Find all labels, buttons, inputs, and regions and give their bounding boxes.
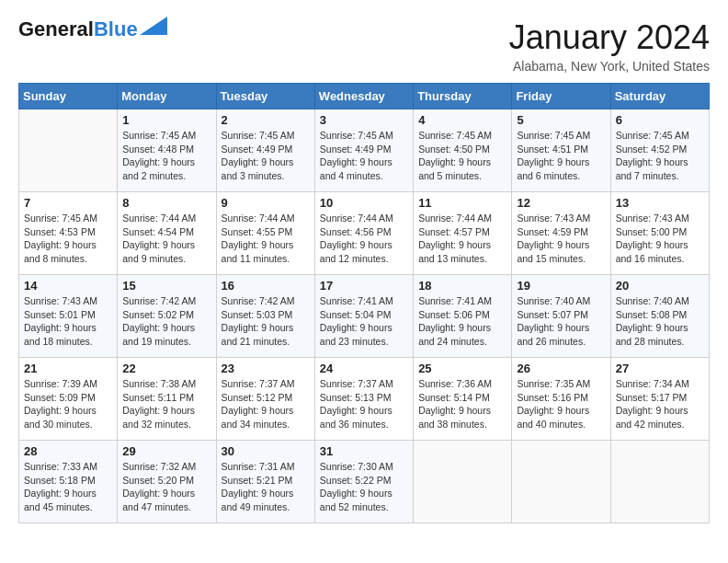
calendar-table: SundayMondayTuesdayWednesdayThursdayFrid… [18, 83, 710, 523]
day-info: Sunrise: 7:45 AM Sunset: 4:53 PM Dayligh… [24, 212, 112, 266]
day-number: 11 [418, 196, 506, 210]
day-number: 31 [320, 444, 408, 458]
calendar-cell: 18Sunrise: 7:41 AM Sunset: 5:06 PM Dayli… [414, 275, 512, 358]
day-info: Sunrise: 7:44 AM Sunset: 4:57 PM Dayligh… [418, 212, 506, 266]
calendar-cell: 22Sunrise: 7:38 AM Sunset: 5:11 PM Dayli… [118, 358, 216, 441]
logo: GeneralBlue [18, 18, 167, 40]
calendar-subtitle: Alabama, New York, United States [509, 59, 710, 74]
day-info: Sunrise: 7:30 AM Sunset: 5:22 PM Dayligh… [320, 460, 408, 514]
day-info: Sunrise: 7:45 AM Sunset: 4:50 PM Dayligh… [418, 129, 506, 183]
calendar-cell: 24Sunrise: 7:37 AM Sunset: 5:13 PM Dayli… [314, 358, 413, 441]
calendar-cell: 5Sunrise: 7:45 AM Sunset: 4:51 PM Daylig… [512, 109, 610, 192]
calendar-cell: 30Sunrise: 7:31 AM Sunset: 5:21 PM Dayli… [216, 441, 314, 523]
weekday-header-thursday: Thursday [414, 84, 512, 109]
calendar-cell: 31Sunrise: 7:30 AM Sunset: 5:22 PM Dayli… [314, 441, 413, 523]
page-header: GeneralBlue January 2024 Alabama, New Yo… [18, 18, 710, 74]
day-info: Sunrise: 7:42 AM Sunset: 5:02 PM Dayligh… [122, 294, 210, 349]
day-number: 25 [418, 362, 506, 375]
day-info: Sunrise: 7:43 AM Sunset: 5:00 PM Dayligh… [616, 212, 704, 266]
calendar-cell: 28Sunrise: 7:33 AM Sunset: 5:18 PM Dayli… [19, 441, 118, 523]
calendar-cell: 19Sunrise: 7:40 AM Sunset: 5:07 PM Dayli… [512, 275, 610, 358]
calendar-cell: 16Sunrise: 7:42 AM Sunset: 5:03 PM Dayli… [216, 275, 314, 358]
calendar-cell: 15Sunrise: 7:42 AM Sunset: 5:02 PM Dayli… [118, 275, 216, 358]
day-info: Sunrise: 7:36 AM Sunset: 5:14 PM Dayligh… [418, 377, 506, 431]
day-number: 8 [122, 196, 210, 210]
day-info: Sunrise: 7:34 AM Sunset: 5:17 PM Dayligh… [616, 377, 704, 431]
day-info: Sunrise: 7:31 AM Sunset: 5:21 PM Dayligh… [222, 460, 310, 514]
day-info: Sunrise: 7:45 AM Sunset: 4:49 PM Dayligh… [320, 129, 408, 183]
calendar-title: January 2024 [509, 18, 710, 57]
calendar-cell: 1Sunrise: 7:45 AM Sunset: 4:48 PM Daylig… [118, 109, 216, 192]
day-info: Sunrise: 7:45 AM Sunset: 4:52 PM Dayligh… [616, 129, 704, 183]
day-info: Sunrise: 7:43 AM Sunset: 4:59 PM Dayligh… [517, 212, 605, 266]
weekday-header-tuesday: Tuesday [216, 84, 314, 109]
calendar-cell: 29Sunrise: 7:32 AM Sunset: 5:20 PM Dayli… [118, 441, 216, 523]
calendar-cell [414, 441, 512, 523]
week-row-4: 21Sunrise: 7:39 AM Sunset: 5:09 PM Dayli… [19, 358, 710, 441]
svg-marker-0 [140, 17, 167, 35]
week-row-5: 28Sunrise: 7:33 AM Sunset: 5:18 PM Dayli… [19, 441, 710, 523]
weekday-header-sunday: Sunday [19, 84, 118, 109]
day-number: 4 [418, 113, 506, 127]
day-number: 28 [24, 444, 112, 458]
calendar-cell: 27Sunrise: 7:34 AM Sunset: 5:17 PM Dayli… [610, 358, 709, 441]
day-info: Sunrise: 7:32 AM Sunset: 5:20 PM Dayligh… [122, 460, 210, 514]
calendar-cell: 23Sunrise: 7:37 AM Sunset: 5:12 PM Dayli… [216, 358, 314, 441]
weekday-header-saturday: Saturday [610, 84, 709, 109]
day-info: Sunrise: 7:44 AM Sunset: 4:55 PM Dayligh… [222, 212, 310, 266]
calendar-cell: 26Sunrise: 7:35 AM Sunset: 5:16 PM Dayli… [512, 358, 610, 441]
calendar-cell: 25Sunrise: 7:36 AM Sunset: 5:14 PM Dayli… [414, 358, 512, 441]
day-number: 29 [122, 444, 210, 458]
day-info: Sunrise: 7:38 AM Sunset: 5:11 PM Dayligh… [122, 377, 210, 431]
calendar-cell: 7Sunrise: 7:45 AM Sunset: 4:53 PM Daylig… [19, 192, 118, 275]
day-info: Sunrise: 7:42 AM Sunset: 5:03 PM Dayligh… [222, 294, 310, 349]
day-number: 18 [418, 279, 506, 293]
weekday-header-wednesday: Wednesday [314, 84, 413, 109]
calendar-cell: 3Sunrise: 7:45 AM Sunset: 4:49 PM Daylig… [314, 109, 413, 192]
week-row-2: 7Sunrise: 7:45 AM Sunset: 4:53 PM Daylig… [19, 192, 710, 275]
day-number: 1 [122, 113, 210, 127]
logo-text: GeneralBlue [18, 18, 138, 40]
day-info: Sunrise: 7:35 AM Sunset: 5:16 PM Dayligh… [517, 377, 605, 431]
calendar-cell: 8Sunrise: 7:44 AM Sunset: 4:54 PM Daylig… [118, 192, 216, 275]
day-number: 23 [222, 362, 310, 375]
calendar-cell [512, 441, 610, 523]
day-number: 9 [222, 196, 310, 210]
logo-icon [140, 17, 167, 35]
day-number: 19 [517, 279, 605, 293]
day-number: 24 [320, 362, 408, 375]
day-number: 2 [222, 113, 310, 127]
day-info: Sunrise: 7:41 AM Sunset: 5:06 PM Dayligh… [418, 294, 506, 349]
day-info: Sunrise: 7:40 AM Sunset: 5:07 PM Dayligh… [517, 294, 605, 349]
week-row-1: 1Sunrise: 7:45 AM Sunset: 4:48 PM Daylig… [19, 109, 710, 192]
calendar-cell [19, 109, 118, 192]
day-number: 6 [616, 113, 704, 127]
weekday-header-friday: Friday [512, 84, 610, 109]
day-info: Sunrise: 7:39 AM Sunset: 5:09 PM Dayligh… [24, 377, 112, 431]
day-number: 17 [320, 279, 408, 293]
day-info: Sunrise: 7:45 AM Sunset: 4:48 PM Dayligh… [122, 129, 210, 183]
day-info: Sunrise: 7:41 AM Sunset: 5:04 PM Dayligh… [320, 294, 408, 349]
day-info: Sunrise: 7:37 AM Sunset: 5:13 PM Dayligh… [320, 377, 408, 431]
day-number: 26 [517, 362, 605, 375]
day-number: 21 [24, 362, 112, 375]
calendar-cell: 2Sunrise: 7:45 AM Sunset: 4:49 PM Daylig… [216, 109, 314, 192]
day-info: Sunrise: 7:33 AM Sunset: 5:18 PM Dayligh… [24, 460, 112, 514]
calendar-cell: 13Sunrise: 7:43 AM Sunset: 5:00 PM Dayli… [610, 192, 709, 275]
weekday-header-monday: Monday [118, 84, 216, 109]
day-info: Sunrise: 7:44 AM Sunset: 4:54 PM Dayligh… [122, 212, 210, 266]
calendar-cell: 14Sunrise: 7:43 AM Sunset: 5:01 PM Dayli… [19, 275, 118, 358]
day-number: 22 [122, 362, 210, 375]
calendar-cell: 17Sunrise: 7:41 AM Sunset: 5:04 PM Dayli… [314, 275, 413, 358]
day-number: 27 [616, 362, 704, 375]
calendar-cell [610, 441, 709, 523]
calendar-cell: 4Sunrise: 7:45 AM Sunset: 4:50 PM Daylig… [414, 109, 512, 192]
day-number: 20 [616, 279, 704, 293]
day-info: Sunrise: 7:45 AM Sunset: 4:51 PM Dayligh… [517, 129, 605, 183]
calendar-cell: 6Sunrise: 7:45 AM Sunset: 4:52 PM Daylig… [610, 109, 709, 192]
day-number: 30 [222, 444, 310, 458]
calendar-cell: 10Sunrise: 7:44 AM Sunset: 4:56 PM Dayli… [314, 192, 413, 275]
calendar-cell: 12Sunrise: 7:43 AM Sunset: 4:59 PM Dayli… [512, 192, 610, 275]
day-number: 14 [24, 279, 112, 293]
day-info: Sunrise: 7:43 AM Sunset: 5:01 PM Dayligh… [24, 294, 112, 349]
